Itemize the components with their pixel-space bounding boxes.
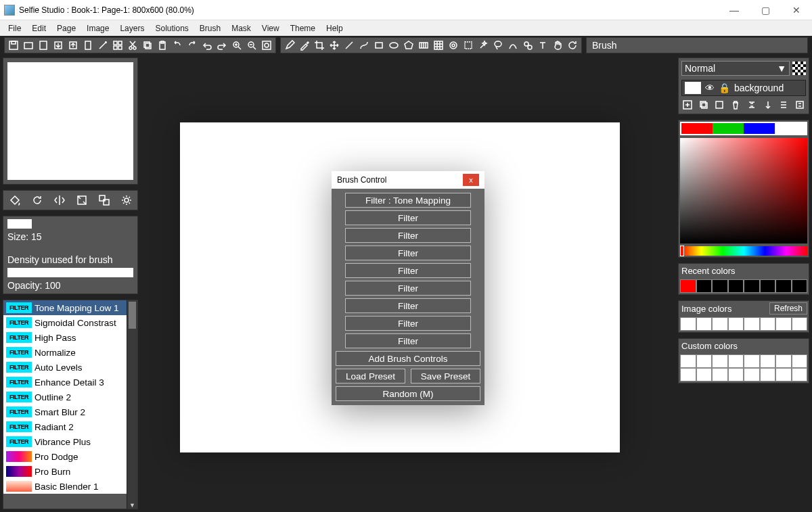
refresh-button[interactable]: Refresh: [769, 302, 807, 315]
scale-icon[interactable]: [97, 193, 111, 208]
grid-icon[interactable]: [112, 39, 124, 51]
filter-button-3[interactable]: Filter: [345, 246, 471, 260]
filter-button-1[interactable]: Filter: [345, 210, 471, 225]
bucket-icon[interactable]: [7, 193, 22, 208]
filter-item[interactable]: FILTERHigh Pass: [3, 330, 127, 345]
custom-swatch[interactable]: [744, 368, 760, 381]
text-icon[interactable]: [537, 39, 549, 51]
primary-swatch[interactable]: [775, 123, 806, 134]
recent-swatch[interactable]: [728, 279, 744, 293]
custom-swatch[interactable]: [744, 354, 760, 368]
redo-icon[interactable]: [186, 39, 198, 51]
custom-swatch[interactable]: [760, 368, 776, 381]
move-icon[interactable]: [328, 39, 340, 51]
copy-layer-icon[interactable]: [714, 99, 726, 111]
menu-brush[interactable]: Brush: [196, 22, 225, 34]
merge-icon[interactable]: [746, 99, 758, 111]
rect-icon[interactable]: [373, 39, 385, 51]
resize-icon[interactable]: [74, 193, 89, 208]
load-preset-button[interactable]: Load Preset: [336, 369, 405, 383]
image-swatch[interactable]: [680, 317, 696, 331]
custom-swatch[interactable]: [696, 368, 713, 381]
image-swatch[interactable]: [696, 317, 713, 331]
new-icon[interactable]: [37, 39, 49, 51]
zoom-fit-icon[interactable]: [261, 39, 273, 51]
lock-icon[interactable]: 🔒: [719, 83, 730, 93]
wand-icon[interactable]: [97, 39, 109, 51]
custom-swatch[interactable]: [760, 354, 776, 368]
import-icon[interactable]: [52, 39, 64, 51]
filter-button-0[interactable]: Filter : Tone Mapping: [345, 193, 471, 208]
add-brush-controls-button[interactable]: Add Brush Controls: [336, 351, 480, 366]
opacity-slider[interactable]: [7, 268, 133, 277]
recent-swatch[interactable]: [712, 279, 728, 293]
custom-swatch[interactable]: [775, 368, 792, 381]
hue-indicator[interactable]: [680, 246, 684, 256]
menu-edit[interactable]: Edit: [28, 22, 50, 34]
scroll-down-icon[interactable]: ▼: [127, 502, 137, 509]
layer-row[interactable]: 👁 🔒 background: [681, 80, 806, 96]
flip-h-icon[interactable]: [52, 193, 66, 208]
filter-button-5[interactable]: Filter: [345, 281, 471, 296]
polygon-icon[interactable]: [403, 39, 415, 51]
image-swatch[interactable]: [760, 317, 776, 331]
redo2-icon[interactable]: [216, 39, 228, 51]
duplicate-layer-icon[interactable]: [698, 99, 710, 111]
color-picker[interactable]: [680, 138, 807, 243]
cut-icon[interactable]: [127, 39, 139, 51]
menu-solutions[interactable]: Solutions: [151, 22, 192, 34]
menu-page[interactable]: Page: [53, 22, 80, 34]
zoom-in-icon[interactable]: [231, 39, 243, 51]
filter-item[interactable]: Pro Dodge: [3, 449, 127, 464]
ellipse-icon[interactable]: [388, 39, 400, 51]
undo-icon[interactable]: [171, 39, 183, 51]
visibility-icon[interactable]: 👁: [705, 83, 715, 93]
export-icon[interactable]: [67, 39, 79, 51]
list-icon[interactable]: [778, 99, 790, 111]
menu-help[interactable]: Help: [322, 22, 347, 34]
save-preset-button[interactable]: Save Preset: [411, 369, 480, 383]
custom-swatch[interactable]: [792, 354, 808, 368]
line-icon[interactable]: [343, 39, 355, 51]
custom-swatch[interactable]: [792, 368, 808, 381]
page-icon[interactable]: [82, 39, 94, 51]
smudge-icon[interactable]: [447, 39, 459, 51]
recent-swatch[interactable]: [680, 279, 696, 293]
pattern-icon[interactable]: [432, 39, 445, 51]
undo2-icon[interactable]: [201, 39, 213, 51]
rotate-icon[interactable]: [566, 39, 579, 51]
paste-icon[interactable]: [156, 39, 168, 51]
magic-wand-icon[interactable]: [477, 39, 489, 51]
lasso-icon[interactable]: [492, 39, 504, 51]
filter-button-6[interactable]: Filter: [345, 298, 471, 313]
recent-swatch[interactable]: [792, 279, 808, 293]
filter-scrollbar[interactable]: ▲ ▼: [127, 300, 137, 509]
filter-button-4[interactable]: Filter: [345, 263, 471, 278]
image-swatch[interactable]: [744, 317, 760, 331]
custom-swatch[interactable]: [696, 354, 713, 368]
filter-item[interactable]: Basic Blender 1: [3, 479, 127, 494]
brush-icon[interactable]: [284, 39, 296, 51]
menu-file[interactable]: File: [4, 22, 25, 34]
hand-icon[interactable]: [551, 39, 564, 51]
filter-button-2[interactable]: Filter: [345, 228, 471, 243]
custom-swatch[interactable]: [712, 354, 728, 368]
delete-layer-icon[interactable]: [729, 99, 742, 111]
copy-icon[interactable]: [141, 39, 154, 51]
dialog-close-button[interactable]: x: [463, 174, 479, 186]
filter-item[interactable]: FILTEROutline 2: [3, 390, 127, 404]
custom-swatch[interactable]: [728, 368, 744, 381]
navigator-thumbnail[interactable]: [7, 62, 133, 180]
curve-icon[interactable]: [358, 39, 370, 51]
recent-swatch[interactable]: [696, 279, 713, 293]
maximize-button[interactable]: ▢: [750, 0, 781, 20]
random-button[interactable]: Random (M): [336, 386, 480, 401]
menu-layers[interactable]: Layers: [116, 22, 148, 34]
size-slider[interactable]: [7, 219, 32, 229]
zoom-out-icon[interactable]: [246, 39, 258, 51]
open-icon[interactable]: [22, 39, 35, 51]
filter-item[interactable]: FILTEREnhance Detail 3: [3, 375, 127, 390]
filter-item[interactable]: FILTERVibrance Plus: [3, 434, 127, 449]
recent-swatch[interactable]: [775, 279, 792, 293]
gradient-icon[interactable]: [418, 39, 430, 51]
